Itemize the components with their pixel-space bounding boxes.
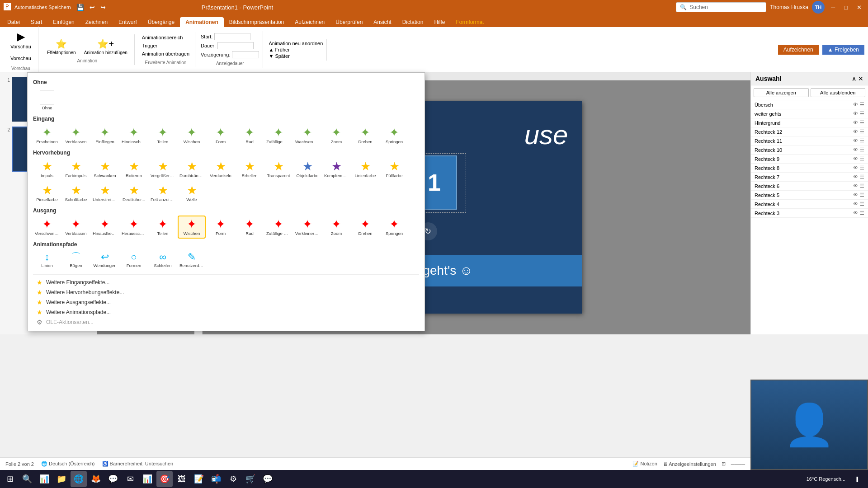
undo-button[interactable]: ↩ <box>88 3 97 12</box>
auswahl-item-uebersch[interactable]: Übersch 👁 ☰ <box>751 100 868 109</box>
anim-hineinschweben[interactable]: ✦Hineinschweben <box>120 124 148 147</box>
vorschau2-btn[interactable]: Vorschau <box>7 53 34 63</box>
anim-rad-ein[interactable]: ✦Rad <box>236 124 264 147</box>
tab-einfuegen[interactable]: Einfügen <box>47 17 80 27</box>
animation-uebertragen-btn[interactable]: Animation übertragen <box>140 50 191 57</box>
anim-impuls[interactable]: ★Impuls <box>33 158 61 181</box>
anim-vergroessern[interactable]: ★Vergrößern... <box>149 158 177 181</box>
tab-bildschirmpraesentation[interactable]: Bildschirmpräsentation <box>224 17 289 27</box>
auswahl-item-weitergehts[interactable]: weiter gehts 👁 ☰ <box>751 109 868 118</box>
lock-icon-2[interactable]: ☰ <box>860 111 864 117</box>
maximize-button[interactable]: □ <box>841 3 850 12</box>
anim-zufaellige-ba-ein[interactable]: ✦Zufällige Ba... <box>264 124 292 147</box>
save-button[interactable]: 💾 <box>75 3 86 12</box>
anim-linien[interactable]: ↕Linien <box>33 249 61 271</box>
taskbar-teams-btn[interactable]: 💬 <box>105 471 121 487</box>
anim-wischen-ein[interactable]: ✦Wischen <box>178 124 206 147</box>
dauer-input[interactable] <box>217 42 254 49</box>
tab-start[interactable]: Start <box>25 17 47 27</box>
taskbar-search-btn[interactable]: 🔍 <box>19 471 35 487</box>
eye-icon-12[interactable]: 👁 <box>853 201 858 207</box>
anim-unterstreichen[interactable]: ★Unterstreichen <box>91 182 119 205</box>
eye-icon[interactable]: 👁 <box>853 102 858 108</box>
animation-neu-anordnen-btn[interactable]: Animation neu anordnen <box>269 41 323 46</box>
anim-hinausfliegen[interactable]: ✦Hinausfliegen <box>91 216 119 239</box>
taskbar-widgets-btn[interactable]: 📊 <box>36 471 52 487</box>
tab-formformat[interactable]: Formformat <box>450 17 489 27</box>
auswahl-item-hintergrund[interactable]: Hintergrund 👁 ☰ <box>751 118 868 127</box>
lock-icon-9[interactable]: ☰ <box>860 174 864 180</box>
anim-fuellfarbe[interactable]: ★Füllfarbe <box>380 158 408 181</box>
eye-icon-9[interactable]: 👁 <box>853 174 858 180</box>
lock-icon-10[interactable]: ☰ <box>860 183 864 189</box>
alle-ausblenden-btn[interactable]: Alle ausblenden <box>811 88 866 97</box>
anim-herausschweben[interactable]: ✦Herausschweben <box>120 216 148 239</box>
taskbar-start-btn[interactable]: ⊞ <box>2 471 18 487</box>
tab-ansicht[interactable]: Ansicht <box>368 17 396 27</box>
lock-icon-4[interactable]: ☰ <box>860 129 864 135</box>
lock-icon[interactable]: ☰ <box>860 102 864 108</box>
weitere-ausgang-btn[interactable]: ★ Weitere Ausgangseffekte... <box>33 297 419 307</box>
tab-uebergaenge[interactable]: Übergänge <box>142 17 180 27</box>
auswahl-item-r10[interactable]: Rechteck 10 👁 ☰ <box>751 145 868 155</box>
anim-verkleinern[interactable]: ✦Verkleinern... <box>293 216 321 239</box>
anim-wachsen[interactable]: ✦Wachsen u... <box>293 124 321 147</box>
anim-fett[interactable]: ★Fett anzeigen <box>149 182 177 205</box>
anim-durchtraenken[interactable]: ★Durchtränken <box>178 158 206 181</box>
lock-icon-5[interactable]: ☰ <box>860 138 864 144</box>
taskbar-settings-btn[interactable]: ⚙ <box>225 471 241 487</box>
tab-dictation[interactable]: Dictation <box>397 17 429 27</box>
anim-deutlicher[interactable]: ★Deutlicher... <box>120 182 148 205</box>
anim-zoom-aus[interactable]: ✦Zoom <box>322 216 350 239</box>
start-input[interactable] <box>214 33 250 40</box>
animation-hinzufuegen-btn[interactable]: ⭐+ Animation hinzufügen <box>81 36 131 57</box>
trigger-btn[interactable]: Trigger <box>140 42 191 49</box>
freigeben-btn[interactable]: ▲ Freigeben <box>822 45 864 55</box>
lock-icon-13[interactable]: ☰ <box>860 210 864 216</box>
weitere-pfade-btn[interactable]: ★ Weitere Animationspfade... <box>33 307 419 317</box>
effektoptionen-btn[interactable]: ⭐ Effektoptionen <box>44 36 79 57</box>
spaeter-btn[interactable]: ▼ Später <box>269 53 323 59</box>
weitere-eingang-btn[interactable]: ★ Weitere Eingangseffekte... <box>33 277 419 287</box>
anim-teilen-ein[interactable]: ✦Teilen <box>149 124 177 147</box>
lock-icon-3[interactable]: ☰ <box>860 120 864 126</box>
weitere-hervorhebung-btn[interactable]: ★ Weitere Hervorhebungseffekte... <box>33 287 419 297</box>
taskbar-powerpoint-btn[interactable]: 🎯 <box>156 471 173 487</box>
anim-benutzerdefiniert[interactable]: ✎Benutzerdefiniert... <box>178 249 206 271</box>
anim-drehen-ein[interactable]: ✦Drehen <box>351 124 379 147</box>
eye-icon-6[interactable]: 👁 <box>853 147 858 153</box>
alle-anzeigen-btn[interactable]: Alle anzeigen <box>754 88 809 97</box>
verzoegerung-input[interactable] <box>232 51 259 58</box>
taskbar-edge-btn[interactable]: 🌐 <box>71 471 87 487</box>
fit-btn[interactable]: ⊡ <box>722 461 726 467</box>
tab-zeichnen[interactable]: Zeichnen <box>80 17 113 27</box>
anim-rad-aus[interactable]: ✦Rad <box>236 216 264 239</box>
anim-schriftfarbe[interactable]: ★Schriftfarbe <box>62 182 90 205</box>
anim-pinselfarbe[interactable]: ★Pinselfarbe <box>33 182 61 205</box>
eye-icon-8[interactable]: 👁 <box>853 165 858 171</box>
search-bar[interactable]: 🔍 <box>676 2 766 12</box>
anim-ohne[interactable]: Ohne <box>33 87 61 113</box>
autosave-toggle[interactable]: Automatisches Speichern <box>13 4 73 11</box>
anim-springen-aus[interactable]: ✦Springen <box>380 216 408 239</box>
taskbar-onenote-btn[interactable]: 📝 <box>191 471 207 487</box>
anim-verschwinden[interactable]: ✦Verschwinden <box>33 216 61 239</box>
tab-hilfe[interactable]: Hilfe <box>429 17 450 27</box>
auswahl-item-r3[interactable]: Rechteck 3 👁 ☰ <box>751 209 868 218</box>
display-settings-btn[interactable]: 🖥 Anzeigeeinstellungen <box>663 461 716 467</box>
anim-formen[interactable]: ○Formen <box>120 249 148 271</box>
anim-linienfarbe[interactable]: ★Linienfarbe <box>351 158 379 181</box>
anim-welle[interactable]: ★Welle <box>178 182 206 205</box>
anim-komplementarfarbe[interactable]: ★Komplementarfarbe <box>322 158 350 181</box>
accessibility-status[interactable]: ♿ Barrierefreiheit: Untersuchen <box>102 461 174 467</box>
anim-form-ein[interactable]: ✦Form <box>207 124 235 147</box>
auswahl-item-r8[interactable]: Rechteck 8 👁 ☰ <box>751 164 868 173</box>
taskbar-outlook-btn[interactable]: 📬 <box>208 471 224 487</box>
lock-icon-8[interactable]: ☰ <box>860 165 864 171</box>
anim-farbimpuls[interactable]: ★Farbimpuls <box>62 158 90 181</box>
anim-schwanken[interactable]: ★Schwanken <box>91 158 119 181</box>
frueher-btn[interactable]: ▲ Früher <box>269 47 323 52</box>
anim-zufaellige-ba-aus[interactable]: ✦Zufällige Ba... <box>264 216 292 239</box>
close-button[interactable]: ✕ <box>854 3 864 12</box>
auswahl-item-r4[interactable]: Rechteck 4 👁 ☰ <box>751 200 868 209</box>
